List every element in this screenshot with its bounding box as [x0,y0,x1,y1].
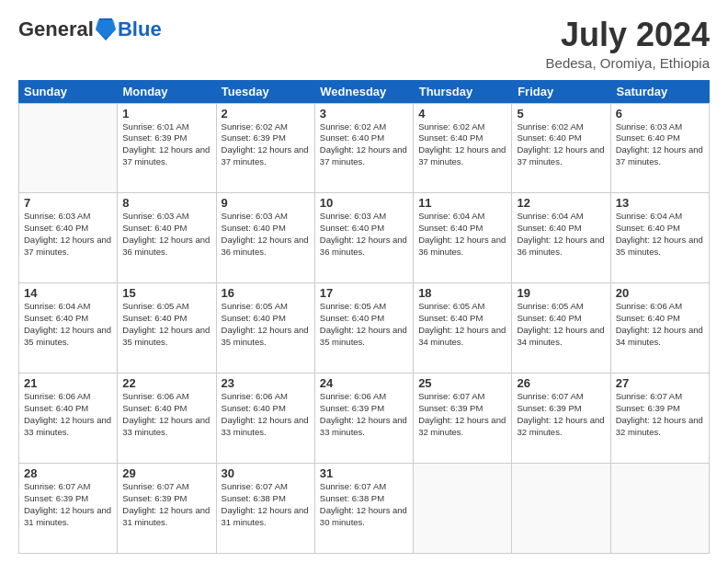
day-number: 10 [320,196,408,210]
day-info: Sunrise: 6:05 AM Sunset: 6:40 PM Dayligh… [517,301,605,348]
day-info: Sunrise: 6:06 AM Sunset: 6:40 PM Dayligh… [24,391,112,438]
calendar-cell: 14Sunrise: 6:04 AM Sunset: 6:40 PM Dayli… [19,283,118,373]
day-number: 22 [122,376,210,390]
calendar-cell: 26Sunrise: 6:07 AM Sunset: 6:39 PM Dayli… [512,373,610,464]
day-number: 19 [517,286,605,300]
day-info: Sunrise: 6:03 AM Sunset: 6:40 PM Dayligh… [616,121,704,168]
day-number: 17 [320,286,408,300]
weekday-header: Wednesday [314,80,413,103]
svg-marker-1 [96,20,116,39]
calendar-cell: 30Sunrise: 6:07 AM Sunset: 6:38 PM Dayli… [217,464,315,554]
day-info: Sunrise: 6:03 AM Sunset: 6:40 PM Dayligh… [122,211,210,258]
day-number: 6 [616,107,704,121]
calendar-row: 1Sunrise: 6:01 AM Sunset: 6:39 PM Daylig… [19,104,710,194]
day-info: Sunrise: 6:07 AM Sunset: 6:39 PM Dayligh… [24,481,112,528]
day-number: 30 [222,466,310,480]
weekday-header: Sunday [18,80,117,103]
day-number: 5 [517,107,605,121]
logo-general: General [18,17,94,41]
calendar-cell: 21Sunrise: 6:06 AM Sunset: 6:40 PM Dayli… [19,373,118,464]
day-info: Sunrise: 6:02 AM Sunset: 6:40 PM Dayligh… [517,121,605,168]
weekday-header: Saturday [611,80,710,103]
day-number: 28 [24,466,112,480]
calendar-cell: 9Sunrise: 6:03 AM Sunset: 6:40 PM Daylig… [217,193,315,283]
calendar-cell: 17Sunrise: 6:05 AM Sunset: 6:40 PM Dayli… [315,283,414,373]
day-number: 27 [616,376,704,390]
calendar-row: 7Sunrise: 6:03 AM Sunset: 6:40 PM Daylig… [19,193,710,283]
day-number: 20 [616,286,704,300]
day-info: Sunrise: 6:02 AM Sunset: 6:40 PM Dayligh… [320,121,408,168]
calendar-cell: 7Sunrise: 6:03 AM Sunset: 6:40 PM Daylig… [19,193,118,283]
location: Bedesa, Oromiya, Ethiopia [546,55,710,71]
day-info: Sunrise: 6:06 AM Sunset: 6:40 PM Dayligh… [616,301,704,348]
day-number: 12 [517,196,605,210]
day-number: 24 [320,376,408,390]
day-number: 9 [222,196,310,210]
day-info: Sunrise: 6:04 AM Sunset: 6:40 PM Dayligh… [418,211,506,258]
calendar-cell: 22Sunrise: 6:06 AM Sunset: 6:40 PM Dayli… [118,373,216,464]
calendar-cell: 29Sunrise: 6:07 AM Sunset: 6:39 PM Dayli… [118,464,216,554]
calendar-cell: 16Sunrise: 6:05 AM Sunset: 6:40 PM Dayli… [217,283,315,373]
day-info: Sunrise: 6:05 AM Sunset: 6:40 PM Dayligh… [122,301,210,348]
day-number: 2 [222,107,310,121]
day-number: 11 [418,196,506,210]
day-info: Sunrise: 6:06 AM Sunset: 6:39 PM Dayligh… [320,391,408,438]
day-info: Sunrise: 6:05 AM Sunset: 6:40 PM Dayligh… [320,301,408,348]
calendar: SundayMondayTuesdayWednesdayThursdayFrid… [18,80,710,554]
calendar-cell: 18Sunrise: 6:05 AM Sunset: 6:40 PM Dayli… [414,283,512,373]
day-number: 8 [122,196,210,210]
day-info: Sunrise: 6:02 AM Sunset: 6:39 PM Dayligh… [222,121,310,168]
day-info: Sunrise: 6:07 AM Sunset: 6:38 PM Dayligh… [320,481,408,528]
day-number: 29 [122,466,210,480]
calendar-cell: 15Sunrise: 6:05 AM Sunset: 6:40 PM Dayli… [118,283,216,373]
calendar-cell: 1Sunrise: 6:01 AM Sunset: 6:39 PM Daylig… [118,104,216,194]
calendar-cell: 23Sunrise: 6:06 AM Sunset: 6:40 PM Dayli… [217,373,315,464]
header: General Blue July 2024 Bedesa, Oromiya, … [18,17,710,71]
day-number: 14 [24,286,112,300]
day-number: 15 [122,286,210,300]
day-number: 1 [122,107,210,121]
calendar-cell: 2Sunrise: 6:02 AM Sunset: 6:39 PM Daylig… [217,104,315,194]
day-info: Sunrise: 6:07 AM Sunset: 6:39 PM Dayligh… [122,481,210,528]
calendar-cell: 11Sunrise: 6:04 AM Sunset: 6:40 PM Dayli… [414,193,512,283]
day-info: Sunrise: 6:07 AM Sunset: 6:39 PM Dayligh… [616,391,704,438]
calendar-cell [414,464,512,554]
calendar-cell: 28Sunrise: 6:07 AM Sunset: 6:39 PM Dayli… [19,464,118,554]
weekday-header: Friday [512,80,610,103]
day-info: Sunrise: 6:07 AM Sunset: 6:38 PM Dayligh… [222,481,310,528]
day-info: Sunrise: 6:04 AM Sunset: 6:40 PM Dayligh… [616,211,704,258]
logo: General Blue [18,17,162,42]
day-info: Sunrise: 6:07 AM Sunset: 6:39 PM Dayligh… [517,391,605,438]
day-info: Sunrise: 6:02 AM Sunset: 6:40 PM Dayligh… [418,121,506,168]
calendar-cell [611,464,710,554]
calendar-cell: 10Sunrise: 6:03 AM Sunset: 6:40 PM Dayli… [315,193,414,283]
day-info: Sunrise: 6:04 AM Sunset: 6:40 PM Dayligh… [24,301,112,348]
title-area: July 2024 Bedesa, Oromiya, Ethiopia [546,17,710,71]
day-info: Sunrise: 6:07 AM Sunset: 6:39 PM Dayligh… [418,391,506,438]
day-info: Sunrise: 6:06 AM Sunset: 6:40 PM Dayligh… [222,391,310,438]
calendar-cell [512,464,610,554]
day-number: 7 [24,196,112,210]
calendar-cell: 13Sunrise: 6:04 AM Sunset: 6:40 PM Dayli… [611,193,710,283]
day-info: Sunrise: 6:04 AM Sunset: 6:40 PM Dayligh… [517,211,605,258]
logo-blue: Blue [118,17,162,41]
day-number: 4 [418,107,506,121]
calendar-cell: 5Sunrise: 6:02 AM Sunset: 6:40 PM Daylig… [512,104,610,194]
calendar-cell: 4Sunrise: 6:02 AM Sunset: 6:40 PM Daylig… [414,104,512,194]
calendar-cell: 31Sunrise: 6:07 AM Sunset: 6:38 PM Dayli… [315,464,414,554]
calendar-header: SundayMondayTuesdayWednesdayThursdayFrid… [18,80,710,103]
calendar-row: 14Sunrise: 6:04 AM Sunset: 6:40 PM Dayli… [19,283,710,373]
day-number: 31 [320,466,408,480]
calendar-row: 28Sunrise: 6:07 AM Sunset: 6:39 PM Dayli… [19,464,710,554]
calendar-cell: 27Sunrise: 6:07 AM Sunset: 6:39 PM Dayli… [611,373,710,464]
calendar-cell: 6Sunrise: 6:03 AM Sunset: 6:40 PM Daylig… [611,104,710,194]
day-info: Sunrise: 6:03 AM Sunset: 6:40 PM Dayligh… [320,211,408,258]
weekday-header: Thursday [414,80,512,103]
calendar-cell: 20Sunrise: 6:06 AM Sunset: 6:40 PM Dayli… [611,283,710,373]
day-number: 21 [24,376,112,390]
month-title: July 2024 [546,17,710,53]
calendar-cell: 24Sunrise: 6:06 AM Sunset: 6:39 PM Dayli… [315,373,414,464]
weekday-header: Monday [117,80,215,103]
calendar-cell: 3Sunrise: 6:02 AM Sunset: 6:40 PM Daylig… [315,104,414,194]
day-info: Sunrise: 6:01 AM Sunset: 6:39 PM Dayligh… [122,121,210,168]
